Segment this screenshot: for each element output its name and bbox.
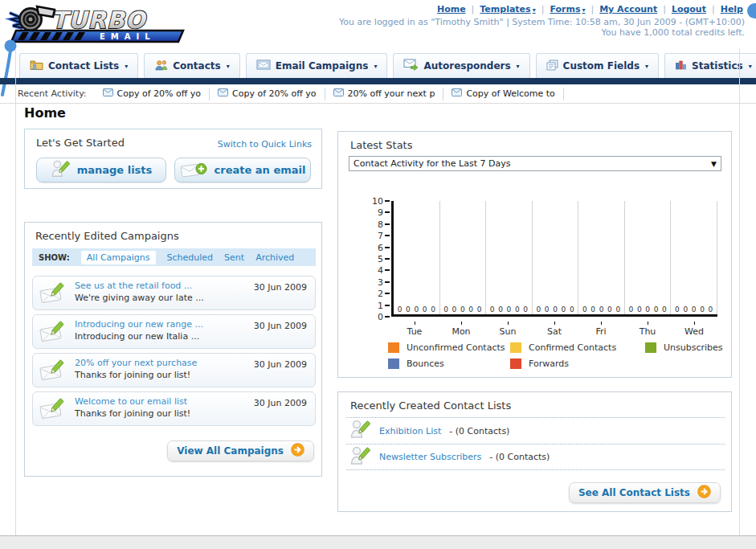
campaign-row[interactable]: See us at the retail food ...We're givin… <box>32 276 316 310</box>
campaigns-panel-title: Recently Edited Campaigns <box>35 230 179 242</box>
link-separator: | <box>712 4 715 14</box>
see-all-contact-lists-button[interactable]: See All Contact Lists <box>569 482 721 503</box>
campaign-date: 30 Jun 2009 <box>254 321 307 331</box>
bar-value-label: 0 <box>507 305 512 313</box>
y-axis-tick <box>385 200 390 202</box>
campaign-title-link[interactable]: 20% off your next purchase <box>75 358 197 368</box>
turbo-email-logo[interactable]: EMAIL TURBO <box>5 2 191 47</box>
x-axis-tick <box>648 322 648 325</box>
create-email-label: create an email <box>215 164 306 176</box>
contact-lists-title: Recently Created Contact Lists <box>350 399 511 412</box>
chart-day-group: 00000 <box>625 201 672 314</box>
manage-lists-button[interactable]: manage lists <box>36 158 166 182</box>
campaign-filter-archived[interactable]: Archived <box>255 252 294 263</box>
orange-arrow-icon <box>291 443 304 459</box>
campaign-date: 30 Jun 2009 <box>254 282 307 293</box>
nav-tab-label: Contacts <box>173 60 220 72</box>
create-an-email-button[interactable]: create an email <box>174 158 311 182</box>
contact-list-link[interactable]: Exhibition List <box>379 426 441 436</box>
campaign-row[interactable]: Introducing our new range ...Introducing… <box>32 314 316 349</box>
campaign-filter-scheduled[interactable]: Scheduled <box>167 252 214 263</box>
x-axis-tick <box>415 322 415 325</box>
page-border-right <box>739 48 740 535</box>
campaign-subtitle: Thanks for joining our list! <box>75 408 190 419</box>
y-axis-tick-label: 2 <box>362 289 383 299</box>
chart-legend: Unconfirmed ContactsConfirmed ContactsUn… <box>388 342 756 369</box>
campaign-texts: Introducing our new range ...Introducing… <box>75 319 203 342</box>
recent-activity-bar: Recent Activity: Copy of 20% off yoCopy … <box>0 84 756 104</box>
bar-value-label: 0 <box>523 305 528 313</box>
legend-label: Forwards <box>529 358 569 369</box>
recent-activity-item-label: Copy of 20% off yo <box>117 88 202 99</box>
x-axis-label: Tue <box>391 322 438 337</box>
campaign-title-link[interactable]: Introducing our new range ... <box>75 319 203 330</box>
bar-value-label: 0 <box>423 305 427 313</box>
y-axis-tick <box>385 211 390 213</box>
header-link-help[interactable]: Help <box>721 4 743 14</box>
view-all-campaigns-button[interactable]: View All Campaigns <box>167 440 314 461</box>
bar-value-label: 0 <box>709 305 713 313</box>
x-axis-tick <box>601 322 602 325</box>
list-edit-icon <box>349 445 371 470</box>
recent-activity-item-label: Copy of Welcome to <box>466 88 554 99</box>
nav-tab-email-campaigns[interactable]: Email Campaigns▾ <box>246 53 388 78</box>
envelope-icon <box>218 88 228 99</box>
switch-to-quick-links[interactable]: Switch to Quick Links <box>218 139 312 150</box>
contact-list-link[interactable]: Newsletter Subscribers <box>379 452 481 462</box>
y-axis-tick-label: 10 <box>362 196 383 207</box>
nav-tab-autoresponders[interactable]: Autoresponders▾ <box>393 53 529 78</box>
recent-activity-item[interactable]: 20% off your next p <box>325 88 444 100</box>
campaign-texts: 20% off your next purchaseThanks for joi… <box>75 358 197 380</box>
y-axis-tick <box>385 247 390 248</box>
stats-period-select[interactable]: Contact Activity for the Last 7 Days ▼ <box>349 156 721 171</box>
x-axis-tick <box>554 322 555 325</box>
bar-value-label: 0 <box>498 305 503 313</box>
contact-list-row[interactable]: Exhibition List- (0 Contacts) <box>346 417 725 444</box>
header-link-logout[interactable]: Logout <box>672 4 706 14</box>
recent-activity-item[interactable]: Copy of 20% off yo <box>95 88 210 100</box>
header-link-forms[interactable]: Forms▾ <box>550 4 585 14</box>
x-axis-label: Sat <box>531 322 578 337</box>
contact-list-row[interactable]: Newsletter Subscribers- (0 Contacts) <box>346 444 725 470</box>
y-axis-tick-label: 0 <box>362 312 383 322</box>
campaign-title-link[interactable]: Welcome to our email list <box>75 396 190 407</box>
link-separator: | <box>472 4 475 14</box>
y-axis-tick-label: 5 <box>362 254 383 264</box>
bar-value-label: 0 <box>683 305 688 313</box>
header-link-templates[interactable]: Templates▾ <box>480 4 535 14</box>
recent-activity-item[interactable]: Copy of Welcome to <box>443 88 563 100</box>
bar-value-label: 0 <box>515 305 520 313</box>
nav-tab-contacts[interactable]: Contacts▾ <box>144 53 239 78</box>
campaign-title-link[interactable]: See us at the retail food ... <box>75 281 204 291</box>
create-email-icon <box>180 159 208 182</box>
header-link-home[interactable]: Home <box>437 4 466 14</box>
nav-tab-contact-lists[interactable]: Contact Lists▾ <box>19 53 138 78</box>
y-axis-tick-label: 8 <box>362 219 383 230</box>
autoresponders-icon <box>403 59 419 73</box>
y-axis-tick-label: 1 <box>362 301 383 311</box>
custom-fields-icon <box>546 59 558 73</box>
header-link-my-account[interactable]: My Account <box>599 4 657 14</box>
lets-get-started-panel: Let's Get Started Switch to Quick Links … <box>24 129 322 189</box>
logo-turbo-text: TURBO <box>51 6 148 34</box>
link-separator: | <box>541 4 545 14</box>
campaign-row[interactable]: Welcome to our email listThanks for join… <box>32 391 316 426</box>
chart-day-group: 00000 <box>394 201 440 314</box>
latest-stats-panel: Latest Stats Contact Activity for the La… <box>337 131 732 378</box>
nav-tab-custom-fields[interactable]: Custom Fields▾ <box>536 53 659 78</box>
recent-activity-item[interactable]: Copy of 20% off yo <box>210 88 325 100</box>
chart-day-group: 00000 <box>440 201 487 314</box>
page-border-left <box>15 48 16 535</box>
campaign-filter-sent[interactable]: Sent <box>224 252 244 263</box>
campaign-filter-all-campaigns[interactable]: All Campaigns <box>81 251 156 264</box>
bar-value-labels: 00000 <box>671 305 717 313</box>
campaign-texts: See us at the retail food ...We're givin… <box>75 281 204 303</box>
campaign-row[interactable]: 20% off your next purchaseThanks for joi… <box>32 353 316 387</box>
chevron-down-icon: ▾ <box>645 63 648 70</box>
nav-tab-label: Autoresponders <box>423 60 510 72</box>
legend-swatch <box>510 358 521 369</box>
bar-value-label: 0 <box>490 305 495 313</box>
bar-value-labels: 00000 <box>533 305 578 313</box>
campaign-edit-icon <box>39 358 67 387</box>
nav-tab-statistics[interactable]: Statistics▾ <box>664 53 756 78</box>
